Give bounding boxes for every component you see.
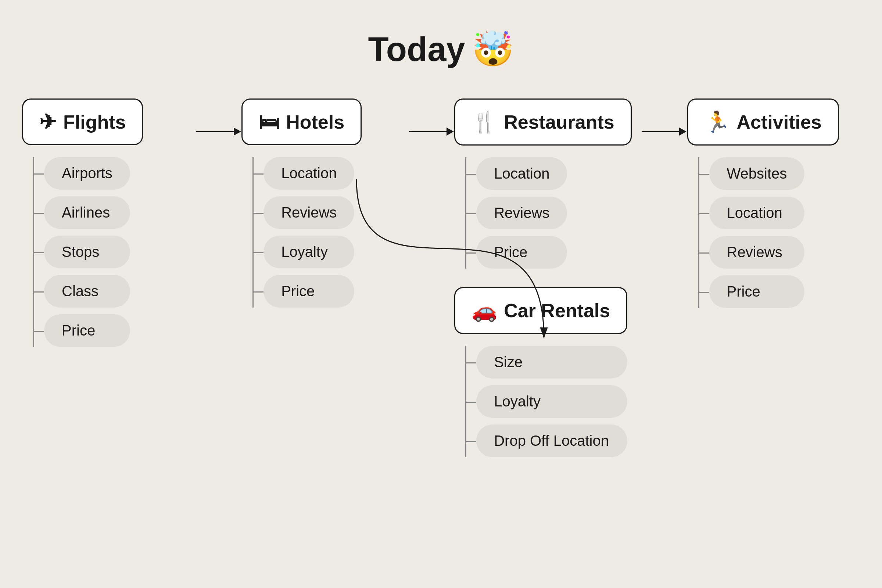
activities-label: Activities (737, 111, 822, 133)
restaurants-label: Restaurants (504, 111, 615, 133)
node-activities: 🏃 Activities (687, 99, 839, 146)
hotels-reviews: Reviews (264, 196, 354, 229)
arrow-flights-hotels (195, 99, 242, 132)
car-rentals-loyalty: Loyalty (476, 385, 627, 418)
flights-class: Class (44, 275, 130, 308)
title-emoji: 🤯 (472, 29, 514, 69)
car-rentals-icon: 🚗 (471, 298, 497, 322)
restaurants-price: Price (476, 236, 567, 268)
title-text: Today (368, 30, 465, 69)
col-hotels: 🛏 Hotels Location Reviews Loyalty Price (242, 99, 408, 308)
flights-price: Price (44, 314, 130, 347)
arrow-line-1 (196, 131, 240, 132)
col-flights: ✈ Flights Airports Airlines Stops Class … (22, 99, 195, 347)
activities-websites: Websites (709, 157, 805, 190)
col-restaurants-carrentals: 🍴 Restaurants Location Reviews Price 🚗 C… (454, 99, 640, 457)
hotels-loyalty: Loyalty (264, 236, 354, 268)
flights-icon: ✈ (39, 110, 57, 134)
columns-row: ✈ Flights Airports Airlines Stops Class … (22, 99, 860, 457)
flights-label: Flights (63, 111, 126, 133)
hotels-location: Location (264, 157, 354, 190)
arrow-line-2 (409, 131, 453, 132)
flights-airports: Airports (44, 157, 130, 190)
node-hotels: 🛏 Hotels (242, 99, 362, 145)
flights-stops: Stops (44, 236, 130, 268)
restaurants-sub-items: Location Reviews Price (476, 157, 567, 268)
activities-location: Location (709, 196, 805, 230)
restaurants-reviews: Reviews (476, 196, 567, 230)
node-restaurants: 🍴 Restaurants (454, 99, 632, 146)
restaurants-icon: 🍴 (471, 110, 497, 134)
node-car-rentals: 🚗 Car Rentals (454, 287, 627, 334)
hotels-label: Hotels (286, 111, 344, 133)
arrow-hotels-restaurants (408, 99, 454, 132)
flights-sub-items: Airports Airlines Stops Class Price (44, 157, 130, 347)
activities-icon: 🏃 (705, 110, 730, 134)
car-rentals-size: Size (476, 346, 627, 378)
activities-sub-items: Websites Location Reviews Price (709, 157, 805, 308)
hotels-sub-items: Location Reviews Loyalty Price (264, 157, 354, 308)
activities-price: Price (709, 275, 805, 308)
car-rentals-dropoff: Drop Off Location (476, 424, 627, 457)
car-rentals-sub-items: Size Loyalty Drop Off Location (476, 346, 627, 457)
activities-reviews: Reviews (709, 236, 805, 268)
flights-airlines: Airlines (44, 196, 130, 229)
restaurants-location: Location (476, 157, 567, 190)
hotels-icon: 🛏 (259, 110, 279, 134)
col-activities: 🏃 Activities Websites Location Reviews P… (687, 99, 860, 308)
arrow-restaurants-activities (640, 99, 687, 132)
diagram-container: ✈ Flights Airports Airlines Stops Class … (22, 99, 860, 457)
page-title: Today 🤯 (368, 29, 514, 69)
arrow-line-3 (642, 131, 686, 132)
car-rentals-section: 🚗 Car Rentals Size Loyalty Drop Off Loca… (454, 287, 627, 457)
node-flights: ✈ Flights (22, 99, 143, 145)
hotels-price: Price (264, 275, 354, 308)
car-rentals-label: Car Rentals (504, 300, 610, 322)
